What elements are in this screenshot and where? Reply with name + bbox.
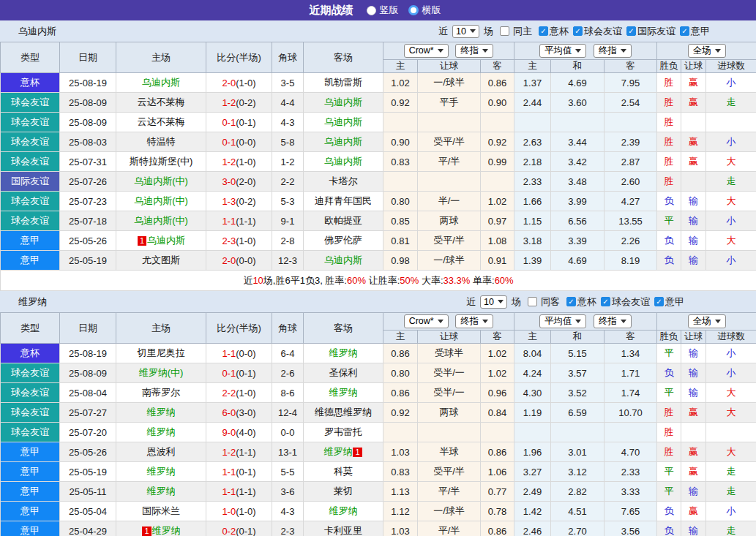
match-type-badge[interactable]: 意甲 xyxy=(1,482,59,501)
away-team-name[interactable]: 罗韦雷托 xyxy=(324,426,362,437)
match-type-badge[interactable]: 球会友谊 xyxy=(1,363,59,382)
home-team-name[interactable]: 乌迪内斯 xyxy=(147,235,185,246)
match-type-badge[interactable]: 国际友谊 xyxy=(1,172,59,191)
fulltime-score[interactable]: 2-0 xyxy=(222,78,236,88)
average-select[interactable]: 平均值 xyxy=(539,314,587,328)
home-team-name[interactable]: 乌迪内斯(中) xyxy=(134,175,188,186)
away-team-name[interactable]: 乌迪内斯 xyxy=(324,254,362,265)
fulltime-score[interactable]: 3-0 xyxy=(222,176,236,187)
away-team-name[interactable]: 欧帕提亚 xyxy=(324,215,362,226)
bookmaker-select[interactable]: Crow* xyxy=(404,44,449,58)
league-checkbox[interactable]: ✓ xyxy=(573,26,583,36)
bookmaker-select[interactable]: Crow* xyxy=(404,314,449,328)
away-team-name[interactable]: 维罗纳 xyxy=(329,387,358,398)
final-index-select[interactable]: 终指 xyxy=(455,44,493,58)
match-type-badge[interactable]: 球会友谊 xyxy=(1,403,59,422)
final-index-select[interactable]: 终指 xyxy=(455,314,493,328)
away-team-name[interactable]: 乌迪内斯 xyxy=(324,136,362,147)
away-team-name[interactable]: 卡塔尔 xyxy=(329,175,358,186)
home-team-name[interactable]: 恩波利 xyxy=(147,446,176,457)
match-type-badge[interactable]: 意甲 xyxy=(1,502,59,521)
home-team-name[interactable]: 维罗纳 xyxy=(147,426,176,437)
layout-radio-horizontal[interactable] xyxy=(408,5,419,15)
match-type-badge[interactable]: 意甲 xyxy=(1,231,59,250)
fulltime-score[interactable]: 2-2 xyxy=(222,388,236,399)
fulltime-score[interactable]: 1-2 xyxy=(222,97,236,108)
same-venue-checkbox[interactable] xyxy=(528,297,537,306)
games-count-select[interactable]: 10 xyxy=(480,295,507,309)
final-index-select-2[interactable]: 终指 xyxy=(594,44,632,58)
match-type-badge[interactable]: 意杯 xyxy=(1,73,59,92)
away-team-name[interactable]: 圣保利 xyxy=(329,367,358,378)
home-team-name[interactable]: 斯特拉斯堡(中) xyxy=(130,156,193,167)
match-type-badge[interactable]: 球会友谊 xyxy=(1,152,59,171)
home-team-name[interactable]: 尤文图斯 xyxy=(142,254,180,265)
games-count-select[interactable]: 10 xyxy=(452,25,479,38)
fulltime-score[interactable]: 1-2 xyxy=(222,447,236,458)
match-type-badge[interactable]: 球会友谊 xyxy=(1,132,59,151)
fulltime-score[interactable]: 2-0 xyxy=(222,255,236,266)
match-type-badge[interactable]: 球会友谊 xyxy=(1,93,59,112)
away-team-name[interactable]: 维罗纳 xyxy=(329,347,358,358)
fulltime-score[interactable]: 9-0 xyxy=(222,427,236,438)
away-team-name[interactable]: 乌迪内斯 xyxy=(324,116,362,127)
average-select[interactable]: 平均值 xyxy=(539,44,587,58)
home-team-name[interactable]: 维罗纳 xyxy=(147,407,176,418)
away-team-name[interactable]: 莱切 xyxy=(334,486,353,497)
home-team-name[interactable]: 特温特 xyxy=(147,136,176,147)
fulltime-score[interactable]: 1-3 xyxy=(222,196,236,207)
fulltime-score[interactable]: 0-1 xyxy=(222,368,236,379)
home-team-name[interactable]: 云达不莱梅 xyxy=(138,116,185,127)
home-team-name[interactable]: 维罗纳 xyxy=(147,466,176,477)
home-team-name[interactable]: 维罗纳 xyxy=(147,486,176,497)
home-team-name[interactable]: 维罗纳(中) xyxy=(139,367,184,378)
home-team-name[interactable]: 切里尼奥拉 xyxy=(138,347,185,358)
match-type-badge[interactable]: 意甲 xyxy=(1,442,59,461)
fulltime-score[interactable]: 1-1 xyxy=(222,467,236,478)
match-type-badge[interactable]: 球会友谊 xyxy=(1,383,59,402)
fulltime-score[interactable]: 2-3 xyxy=(222,235,236,246)
home-team-name[interactable]: 云达不莱梅 xyxy=(138,97,185,107)
league-checkbox[interactable]: ✓ xyxy=(601,297,610,306)
league-checkbox[interactable]: ✓ xyxy=(680,26,689,36)
scope-select[interactable]: 全场 xyxy=(688,314,726,328)
league-checkbox[interactable]: ✓ xyxy=(566,297,576,306)
fulltime-score[interactable]: 1-1 xyxy=(222,486,236,497)
fulltime-score[interactable]: 0-1 xyxy=(222,117,236,128)
fulltime-score[interactable]: 1-1 xyxy=(222,216,236,227)
away-team-name[interactable]: 维德思维罗纳 xyxy=(315,407,372,418)
same-venue-checkbox[interactable] xyxy=(500,26,509,36)
fulltime-score[interactable]: 0-2 xyxy=(222,526,236,536)
match-type-badge[interactable]: 球会友谊 xyxy=(1,211,59,230)
away-team-name[interactable]: 凯勒雷斯 xyxy=(324,77,362,88)
fulltime-score[interactable]: 1-1 xyxy=(222,348,236,359)
league-checkbox[interactable]: ✓ xyxy=(539,26,548,36)
match-type-badge[interactable]: 意甲 xyxy=(1,521,59,536)
home-team-name[interactable]: 维罗纳 xyxy=(152,525,181,536)
match-type-badge[interactable]: 意甲 xyxy=(1,462,59,481)
home-team-name[interactable]: 乌迪内斯(中) xyxy=(134,195,188,206)
fulltime-score[interactable]: 6-0 xyxy=(222,407,236,418)
away-team-name[interactable]: 维罗纳 xyxy=(323,446,352,457)
fulltime-score[interactable]: 1-2 xyxy=(222,156,236,167)
layout-radio-vertical[interactable] xyxy=(367,6,376,15)
match-type-badge[interactable]: 球会友谊 xyxy=(1,113,59,132)
away-team-name[interactable]: 卡利亚里 xyxy=(324,525,362,536)
match-type-badge[interactable]: 意甲 xyxy=(1,251,59,270)
away-team-name[interactable]: 迪拜青年国民 xyxy=(315,195,372,206)
final-index-select-2[interactable]: 终指 xyxy=(594,314,632,328)
scope-select[interactable]: 全场 xyxy=(688,44,726,58)
away-team-name[interactable]: 乌迪内斯 xyxy=(324,97,362,107)
match-type-badge[interactable]: 球会友谊 xyxy=(1,192,59,211)
league-checkbox[interactable]: ✓ xyxy=(626,26,636,36)
home-team-name[interactable]: 乌迪内斯 xyxy=(142,77,180,88)
away-team-name[interactable]: 乌迪内斯 xyxy=(324,156,362,167)
home-team-name[interactable]: 乌迪内斯(中) xyxy=(134,215,188,226)
away-team-name[interactable]: 科莫 xyxy=(334,466,353,477)
fulltime-score[interactable]: 0-1 xyxy=(222,137,236,148)
match-type-badge[interactable]: 意杯 xyxy=(1,344,59,363)
away-team-name[interactable]: 维罗纳 xyxy=(329,505,358,516)
fulltime-score[interactable]: 1-0 xyxy=(222,506,236,517)
league-checkbox[interactable]: ✓ xyxy=(654,297,664,306)
match-type-badge[interactable]: 球会友谊 xyxy=(1,423,59,442)
